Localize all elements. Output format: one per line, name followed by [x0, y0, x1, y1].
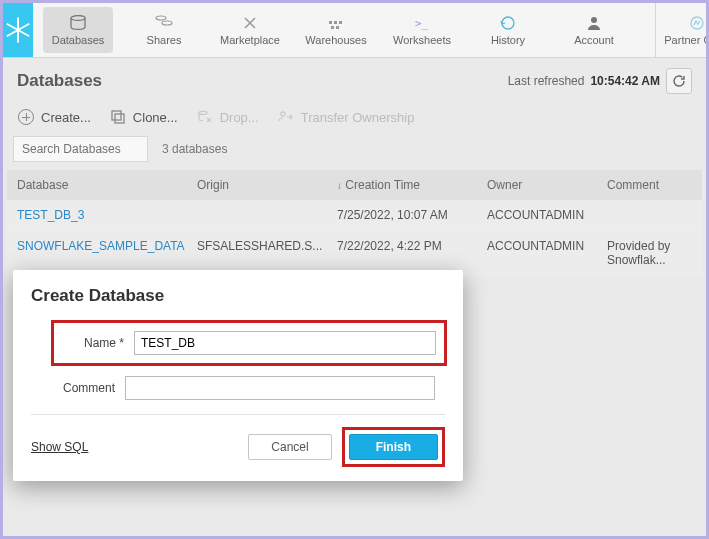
svg-point-3: [71, 16, 85, 21]
modal-footer: Show SQL Cancel Finish: [31, 414, 445, 467]
nav-label: History: [491, 34, 525, 46]
svg-rect-6: [329, 21, 332, 24]
cell-origin: SFSALESSHARED.S...: [187, 231, 327, 275]
col-owner[interactable]: Owner: [477, 170, 597, 200]
cell-creation: 7/25/2022, 10:07 AM: [327, 200, 477, 230]
svg-rect-16: [115, 114, 124, 123]
warehouses-icon: [327, 14, 345, 32]
drop-label: Drop...: [220, 110, 259, 125]
page-title: Databases: [17, 71, 102, 91]
svg-point-17: [199, 111, 207, 114]
nav-label: Shares: [147, 34, 182, 46]
clone-label: Clone...: [133, 110, 178, 125]
comment-input[interactable]: [125, 376, 435, 400]
table-row[interactable]: TEST_DB_3 7/25/2022, 10:07 AM ACCOUNTADM…: [7, 200, 702, 231]
transfer-ownership-button: Transfer Ownership: [277, 108, 415, 126]
svg-point-5: [162, 21, 172, 25]
comment-field-row: Comment: [31, 376, 445, 400]
transfer-icon: [277, 108, 295, 126]
svg-rect-15: [112, 111, 121, 120]
nav-partner-connect[interactable]: Partner Conn: [662, 7, 709, 53]
nav-label: Warehouses: [305, 34, 366, 46]
search-input[interactable]: [13, 136, 148, 162]
name-label: Name *: [62, 336, 124, 350]
sort-desc-icon: ↓: [337, 180, 342, 191]
drop-icon: [196, 108, 214, 126]
nav-label: Databases: [52, 34, 105, 46]
nav-label: Marketplace: [220, 34, 280, 46]
snowflake-logo[interactable]: [3, 3, 33, 57]
cell-owner: ACCOUNTADMIN: [477, 200, 597, 230]
create-button[interactable]: Create...: [17, 108, 91, 126]
cell-database[interactable]: SNOWFLAKE_SAMPLE_DATA: [7, 231, 187, 275]
create-label: Create...: [41, 110, 91, 125]
top-nav: Databases Shares Marketplace Warehouses …: [3, 3, 706, 58]
nav-warehouses[interactable]: Warehouses: [301, 7, 371, 53]
modal-title: Create Database: [31, 286, 445, 306]
cancel-button[interactable]: Cancel: [248, 434, 331, 460]
nav-account[interactable]: Account: [559, 7, 629, 53]
cell-comment: Provided by Snowflak...: [597, 231, 702, 275]
nav-items: Databases Shares Marketplace Warehouses …: [33, 3, 639, 57]
plus-circle-icon: [17, 108, 35, 126]
create-database-modal: Create Database Name * Comment Show SQL …: [13, 270, 463, 481]
comment-label: Comment: [53, 381, 115, 395]
partner-icon: [688, 14, 706, 32]
col-origin[interactable]: Origin: [187, 170, 327, 200]
last-refreshed: Last refreshed 10:54:42 AM: [508, 68, 692, 94]
snowflake-icon: [3, 15, 33, 45]
name-field-row: Name *: [51, 320, 447, 366]
refresh-button[interactable]: [666, 68, 692, 94]
subheader: Databases Last refreshed 10:54:42 AM: [3, 58, 706, 104]
name-input[interactable]: [134, 331, 436, 355]
clone-button[interactable]: Clone...: [109, 108, 178, 126]
drop-button: Drop...: [196, 108, 259, 126]
shares-icon: [155, 14, 173, 32]
svg-point-4: [156, 16, 166, 20]
finish-button[interactable]: Finish: [349, 434, 438, 460]
database-icon: [69, 14, 87, 32]
databases-table: Database Origin ↓ Creation Time Owner Co…: [7, 170, 702, 276]
nav-label: Partner Conn: [664, 34, 709, 46]
nav-history[interactable]: History: [473, 7, 543, 53]
svg-text:>_: >_: [415, 17, 429, 30]
last-refreshed-label: Last refreshed: [508, 74, 585, 88]
svg-rect-10: [336, 26, 339, 29]
col-comment[interactable]: Comment: [597, 170, 702, 200]
show-sql-link[interactable]: Show SQL: [31, 440, 88, 454]
transfer-label: Transfer Ownership: [301, 110, 415, 125]
cell-comment: [597, 200, 702, 230]
account-icon: [585, 14, 603, 32]
svg-rect-9: [331, 26, 334, 29]
nav-label: Worksheets: [393, 34, 451, 46]
marketplace-icon: [241, 14, 259, 32]
clone-icon: [109, 108, 127, 126]
col-database[interactable]: Database: [7, 170, 187, 200]
worksheets-icon: >_: [413, 14, 431, 32]
nav-worksheets[interactable]: >_ Worksheets: [387, 7, 457, 53]
svg-point-20: [280, 112, 284, 116]
database-count: 3 databases: [162, 142, 227, 156]
refresh-icon: [672, 74, 686, 88]
cell-database[interactable]: TEST_DB_3: [7, 200, 187, 230]
svg-point-13: [591, 17, 597, 23]
nav-label: Account: [574, 34, 614, 46]
toolbar: Create... Clone... Drop... Transfer Owne…: [3, 104, 706, 136]
svg-rect-8: [339, 21, 342, 24]
table-header: Database Origin ↓ Creation Time Owner Co…: [7, 170, 702, 200]
nav-marketplace[interactable]: Marketplace: [215, 7, 285, 53]
last-refreshed-time: 10:54:42 AM: [590, 74, 660, 88]
cell-origin: [187, 200, 327, 230]
cell-owner: ACCOUNTADMIN: [477, 231, 597, 275]
list-header: 3 databases: [3, 136, 706, 170]
nav-databases[interactable]: Databases: [43, 7, 113, 53]
col-creation-label: Creation Time: [345, 178, 420, 192]
finish-highlight: Finish: [342, 427, 445, 467]
history-icon: [499, 14, 517, 32]
col-creation-time[interactable]: ↓ Creation Time: [327, 170, 477, 200]
nav-shares[interactable]: Shares: [129, 7, 199, 53]
cell-creation: 7/22/2022, 4:22 PM: [327, 231, 477, 275]
svg-rect-7: [334, 21, 337, 24]
